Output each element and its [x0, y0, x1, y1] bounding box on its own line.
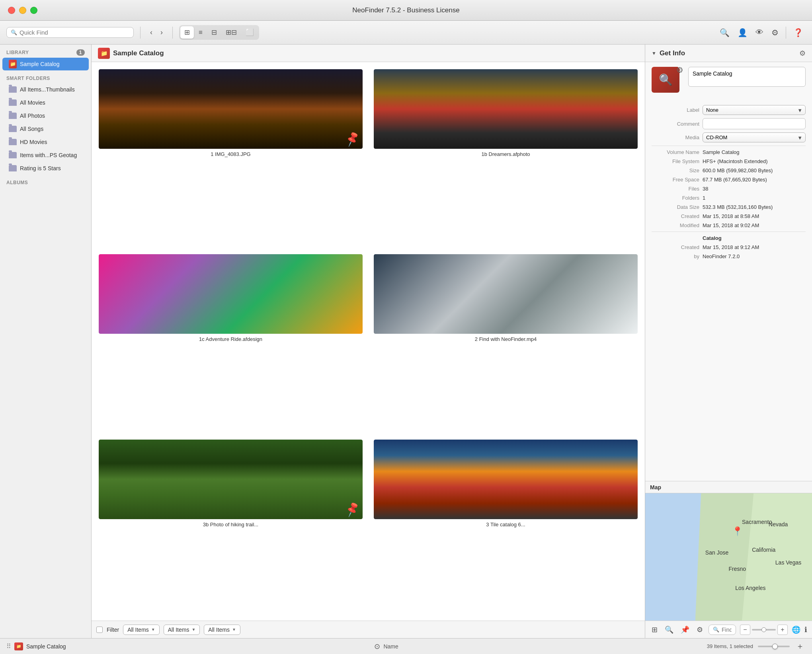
thumb-item-4[interactable]: 2 Find with NeoFinder.mp4 — [371, 252, 640, 430]
view-thumbnail-button[interactable]: ⊞ — [180, 26, 194, 39]
modified-row: Modified Mar 15, 2018 at 9:02 AM — [652, 222, 806, 228]
file-system-label: File System — [652, 158, 699, 164]
sidebar-item-hd-movies[interactable]: HD Movies — [2, 136, 89, 148]
map-location-pin: 📍 — [732, 526, 743, 537]
user-button[interactable]: 👤 — [735, 25, 750, 40]
toolbar: 🔍 ‹ › ⊞ ≡ ⊟ ⊞⊟ ⬜ 🔍 👤 👁 ⚙ ❓ — [0, 21, 812, 45]
view-columns-button[interactable]: ⊟ — [207, 26, 221, 39]
filter-dropdown-1[interactable]: All Items ▼ — [123, 625, 160, 635]
catalog-icon-large: ⚙ — [652, 67, 683, 99]
comment-row: Comment — [652, 118, 806, 129]
map-info-button[interactable]: ℹ — [804, 625, 807, 634]
sidebar-item-ps-geotag[interactable]: Items with...PS Geotag — [2, 149, 89, 162]
sidebar-item-all-items-thumbnails[interactable]: All Items...Thumbnails — [2, 83, 89, 96]
catalog-by-value: NeoFinder 7.2.0 — [703, 253, 806, 259]
map-search-button[interactable]: 🔍 — [663, 624, 675, 636]
minimize-button[interactable] — [19, 7, 26, 14]
maximize-button[interactable] — [30, 7, 37, 14]
thumb-item-3[interactable]: 1c Adventure Ride.afdesign — [96, 252, 365, 430]
view-list-button[interactable]: ≡ — [195, 26, 207, 39]
sidebar-label: All Movies — [20, 99, 45, 106]
created-label: Created — [652, 213, 699, 219]
map-pin-button[interactable]: 📌 — [679, 624, 691, 636]
data-size-value: 532.3 MB (532,316,160 Bytes) — [703, 204, 806, 210]
sidebar-item-all-photos[interactable]: All Photos — [2, 109, 89, 122]
content-header: 📁 Sample Catalog — [92, 45, 645, 62]
free-space-value: 67.7 MB (67,665,920 Bytes) — [703, 177, 806, 183]
zoom-slider-thumb — [761, 627, 766, 632]
drag-handle-icon: ⠿ — [6, 642, 11, 650]
sidebar-label: All Photos — [20, 113, 45, 119]
zoom-out-button[interactable]: − — [740, 625, 750, 635]
sidebar-item-all-songs[interactable]: All Songs — [2, 123, 89, 135]
size-slider[interactable] — [758, 646, 790, 647]
filter-dropdown-2[interactable]: All Items ▼ — [164, 625, 200, 635]
view-selector: ⊞ ≡ ⊟ ⊞⊟ ⬜ — [179, 25, 259, 40]
map-find-place[interactable]: 🔍 — [709, 625, 736, 635]
map-container[interactable]: Sacramento San Jose Fresno Nevada Califo… — [645, 493, 812, 621]
gear-icon[interactable]: ⚙ — [799, 49, 806, 58]
zoom-slider[interactable] — [752, 629, 776, 631]
sort-icon[interactable]: ⊙ — [374, 642, 380, 651]
back-button[interactable]: ‹ — [147, 26, 156, 39]
map-settings-button[interactable]: ⚙ — [695, 624, 705, 636]
folders-label: Folders — [652, 195, 699, 201]
filter-dropdown-3[interactable]: All Items ▼ — [204, 625, 240, 635]
comment-field-label: Comment — [652, 121, 699, 127]
forward-button[interactable]: › — [157, 26, 166, 39]
catalog-icon-visual — [652, 67, 679, 93]
city-sacramento: Sacramento — [742, 519, 772, 525]
media-select[interactable]: CD-ROM — [703, 132, 806, 142]
content-title: Sample Catalog — [113, 49, 164, 57]
triangle-icon: ▼ — [652, 51, 656, 56]
info-panel-header: ▼ Get Info ⚙ — [645, 45, 812, 62]
sidebar-item-all-movies[interactable]: All Movies — [2, 96, 89, 109]
thumbnail-grid: 📌 1 IMG_4083.JPG 1b Dreamers.afphoto — [92, 62, 645, 621]
label-select[interactable]: None — [703, 105, 806, 115]
sidebar-item-rating-5-stars[interactable]: Rating is 5 Stars — [2, 162, 89, 175]
library-section-header: LIBRARY 1 — [0, 45, 91, 57]
sidebar-label: Items with...PS Geotag — [20, 152, 77, 158]
thumb-label: 1c Adventure Ride.afdesign — [199, 336, 262, 342]
catalog-by-row: by NeoFinder 7.2.0 — [652, 253, 806, 259]
filter-bar: Filter All Items ▼ All Items ▼ All Items… — [92, 621, 645, 638]
search-bar[interactable]: 🔍 — [6, 27, 134, 38]
thumb-image — [99, 440, 363, 519]
modified-value: Mar 15, 2018 at 9:02 AM — [703, 222, 806, 228]
close-button[interactable] — [8, 7, 15, 14]
gear-icon-small[interactable]: ⚙ — [676, 65, 683, 75]
find-button[interactable]: 🔍 — [717, 25, 732, 40]
map-find-input[interactable] — [722, 627, 732, 633]
thumb-item-5[interactable]: 📌 3b Photo of hiking trail... — [96, 437, 365, 616]
filter-checkbox[interactable] — [96, 627, 103, 633]
globe-button[interactable]: 🌐 — [792, 625, 800, 634]
add-button[interactable]: ＋ — [794, 641, 806, 652]
sidebar-item-sample-catalog[interactable]: 📁 Sample Catalog — [2, 58, 89, 70]
zoom-in-button[interactable]: + — [777, 625, 788, 635]
statusbar: ⠿ 📁 Sample Catalog ⊙ Name 39 Items, 1 se… — [0, 638, 812, 654]
help-button[interactable]: ❓ — [791, 25, 806, 40]
catalog-by-label: by — [652, 253, 699, 259]
thumb-item-1[interactable]: 📌 1 IMG_4083.JPG — [96, 67, 365, 245]
thumb-img-wrapper — [374, 254, 638, 334]
catalog-name-field[interactable]: Sample Catalog — [688, 67, 806, 87]
file-system-value: HFS+ (Macintosh Extended) — [703, 158, 806, 164]
smart-folder-icon — [9, 112, 17, 120]
data-size-row: Data Size 532.3 MB (532,316,160 Bytes) — [652, 204, 806, 210]
smart-folder-icon — [9, 86, 17, 93]
preview-button[interactable]: 👁 — [753, 25, 766, 39]
thumb-img-wrapper — [99, 254, 363, 334]
search-input[interactable] — [20, 29, 129, 36]
thumb-item-2[interactable]: 1b Dreamers.afphoto — [371, 67, 640, 245]
sidebar-catalog-label: Sample Catalog — [20, 61, 60, 67]
comment-input[interactable] — [703, 118, 806, 129]
view-split-button[interactable]: ⊞⊟ — [222, 26, 241, 39]
files-value: 38 — [703, 186, 806, 192]
map-toggle-button[interactable]: ⊞ — [650, 624, 659, 636]
settings-button[interactable]: ⚙ — [769, 25, 781, 40]
thumb-item-6[interactable]: 3 Tile catalog 6... — [371, 437, 640, 616]
thumb-image — [99, 254, 363, 334]
content-catalog-icon: 📁 — [98, 48, 110, 59]
thumb-img-wrapper: 📌 — [99, 69, 363, 149]
view-cover-button[interactable]: ⬜ — [242, 26, 258, 39]
